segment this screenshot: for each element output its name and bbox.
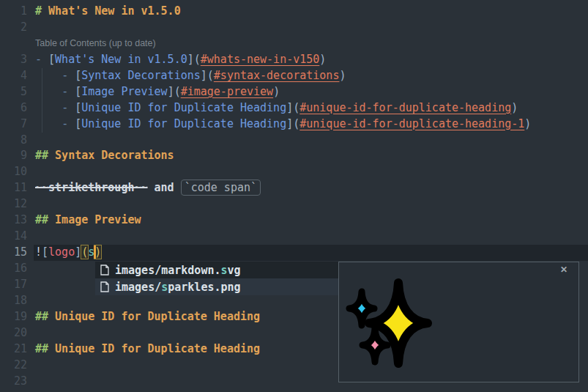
file-icon (100, 281, 109, 292)
code-segment: [ (48, 53, 55, 66)
suggestion-item[interactable]: images/sparkles.png (95, 278, 338, 295)
code-segment: logo (48, 245, 75, 259)
code-segment (35, 101, 62, 114)
code-segment: [ (75, 117, 81, 130)
code-line[interactable]: 15![logo](s) (0, 245, 588, 261)
code-segment: Unique ID for Duplicate Heading (55, 310, 260, 323)
code-segment: What's New in v1.5.0 (55, 53, 187, 66)
code-line-content: ## Image Preview (35, 212, 141, 229)
code-line[interactable]: 10 (0, 164, 588, 180)
code-segment: ) (273, 85, 280, 98)
code-line-content: - [Image Preview](#image-preview) (35, 84, 280, 100)
code-segment: ) (511, 101, 518, 114)
code-segment: [ (75, 69, 81, 82)
code-line-content: # What's New in v1.5.0 (35, 4, 181, 20)
code-line[interactable]: 13## Image Preview (0, 212, 588, 229)
suggestion-preview-panel: ✕ (338, 262, 579, 382)
code-line-content: - [What's New in v1.5.0](#whats-new-in-v… (35, 52, 326, 68)
code-line-content: - [Unique ID for Duplicate Heading](#uni… (35, 100, 518, 117)
code-line[interactable]: 8 (0, 133, 588, 149)
code-line[interactable]: 6 - [Unique ID for Duplicate Heading](#u… (0, 100, 588, 117)
code-segment: [ (75, 101, 81, 114)
code-segment: ]( (201, 69, 214, 82)
code-segment: Unique ID for Duplicate Heading (55, 342, 260, 355)
line-number: 8 (0, 133, 27, 149)
line-number: 3 (0, 52, 27, 68)
code-line[interactable]: 7 - [Unique ID for Duplicate Heading](#u… (0, 117, 588, 133)
code-segment: Image Preview (55, 213, 141, 226)
line-number: 12 (0, 196, 27, 212)
code-segment: - (62, 85, 75, 98)
code-line-content: ## Syntax Decorations (35, 148, 174, 164)
code-segment (35, 85, 62, 98)
code-line[interactable]: 1# What's New in v1.5.0 (0, 4, 588, 20)
code-segment: ## (35, 149, 55, 162)
code-segment: #whats-new-in-v150 (201, 53, 320, 66)
line-number: 7 (0, 117, 27, 133)
line-number: 13 (0, 212, 27, 229)
line-number: 10 (0, 164, 27, 180)
line-number: 4 (0, 68, 27, 84)
code-segment: - (62, 101, 75, 114)
suggestion-item[interactable]: images/markdown.svg (95, 262, 338, 278)
autocomplete-dropdown: images/markdown.svgimages/sparkles.png (95, 262, 338, 295)
code-line[interactable]: 14 (0, 229, 588, 245)
line-number: 11 (0, 180, 27, 196)
code-line[interactable]: 9## Syntax Decorations (0, 148, 588, 164)
code-segment (35, 117, 62, 130)
code-segment: `code span` (181, 180, 261, 196)
code-segment: ## (35, 310, 55, 323)
code-line-content: - [Syntax Decorations](#syntax-decoratio… (35, 68, 346, 84)
code-line-content: ## Unique ID for Duplicate Heading (35, 341, 260, 358)
code-segment: ~~strikethrough~~ (35, 181, 148, 194)
line-number: 9 (0, 148, 27, 164)
code-segment: Syntax Decorations (55, 149, 174, 162)
code-segment: ) (319, 53, 326, 66)
code-segment: #image-preview (181, 85, 273, 98)
code-line[interactable]: 11~~strikethrough~~ and `code span` (0, 180, 588, 196)
code-line-content: - [Unique ID for Duplicate Heading](#uni… (35, 117, 531, 133)
code-line-content: ![logo](s) (35, 245, 101, 261)
code-line[interactable]: 4 - [Syntax Decorations](#syntax-decorat… (0, 68, 588, 84)
code-segment: ]( (187, 53, 201, 66)
codelens-row[interactable]: Table of Contents (up to date) (0, 36, 588, 52)
suggestion-label: images/sparkles.png (115, 281, 241, 294)
markdown-editor: 1# What's New in v1.5.02Table of Content… (0, 0, 588, 392)
code-segment: ! (35, 245, 42, 259)
code-line-content: ~~strikethrough~~ and `code span` (35, 180, 261, 196)
line-number: 19 (0, 309, 27, 325)
line-number: 2 (0, 20, 27, 36)
code-line[interactable]: 3- [What's New in v1.5.0](#whats-new-in-… (0, 52, 588, 68)
code-segment: and (148, 181, 181, 194)
line-number: 22 (0, 358, 27, 374)
file-icon (100, 265, 109, 275)
code-segment: Unique ID for Duplicate Heading (81, 117, 286, 130)
code-segment (35, 69, 62, 82)
close-icon[interactable]: ✕ (560, 265, 567, 275)
line-number: 1 (0, 4, 27, 20)
code-segment: #unique-id-for-duplicate-heading-1 (299, 117, 524, 130)
line-number: 23 (0, 374, 27, 390)
code-segment: Image Preview (81, 85, 167, 98)
code-line-content: ## Unique ID for Duplicate Heading (35, 309, 260, 325)
code-segment: # (35, 4, 48, 18)
code-segment: ) (339, 69, 346, 82)
code-segment: ## (35, 213, 55, 226)
codelens-toc[interactable]: Table of Contents (up to date) (35, 36, 156, 52)
line-number: 16 (0, 261, 27, 277)
line-number: 21 (0, 341, 27, 358)
text-cursor (94, 245, 96, 259)
code-segment: Unique ID for Duplicate Heading (81, 101, 286, 114)
code-segment: ]( (168, 85, 181, 98)
code-line[interactable]: 5 - [Image Preview](#image-preview) (0, 84, 588, 100)
code-line[interactable]: 12 (0, 196, 588, 212)
line-number: 20 (0, 325, 27, 341)
code-line[interactable]: 2 (0, 20, 588, 36)
code-segment: Syntax Decorations (81, 69, 201, 82)
code-segment: What's New in v1.5.0 (48, 4, 181, 18)
code-segment: ]( (286, 101, 299, 114)
code-segment: [ (42, 245, 48, 259)
line-number: 5 (0, 84, 27, 100)
code-segment: ]( (286, 117, 299, 130)
code-segment: [ (75, 85, 81, 98)
